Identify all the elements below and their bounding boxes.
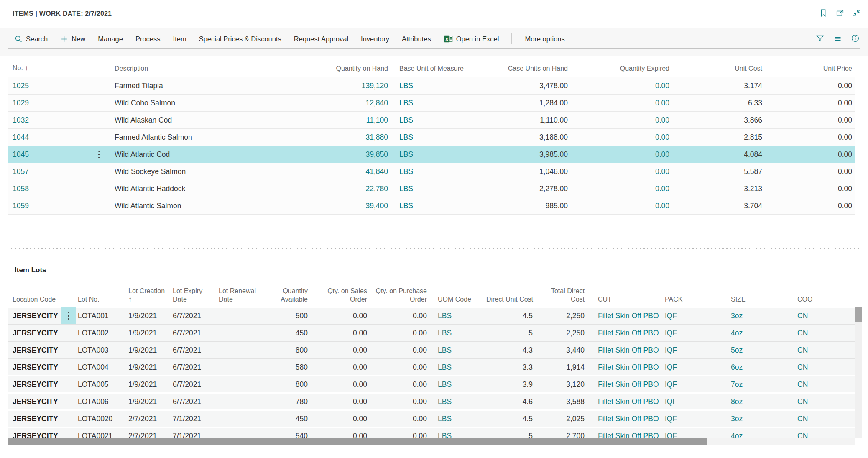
col-direct-unit-cost[interactable]: Direct Unit Cost [486,295,536,304]
col-pack[interactable]: PACK [662,295,728,304]
filter-icon[interactable] [816,34,825,44]
col-size[interactable]: SIZE [728,295,794,304]
item-lots-row[interactable]: JERSEYCITYLOTA0051/9/20216/7/20218000.00… [8,376,855,393]
lot-pack[interactable]: IQF [662,432,728,438]
row-menu-icon[interactable] [94,151,104,159]
item-lots-row[interactable]: JERSEYCITYLOTA00212/7/20217/1/20215400.0… [8,427,855,438]
item-qty-expired[interactable]: 0.00 [571,150,672,159]
item-no-link[interactable]: 1058 [8,184,94,193]
lot-coo[interactable]: CN [794,380,855,389]
lot-pack[interactable]: IQF [662,363,728,372]
row-menu-icon[interactable] [61,307,76,324]
col-base-uom[interactable]: Base Unit of Measure [391,65,463,72]
lot-uom[interactable]: LBS [430,346,486,355]
item-base-uom[interactable]: LBS [391,184,463,193]
lot-uom[interactable]: LBS [430,432,486,438]
items-table-row[interactable]: 1045Wild Atlantic Cod39,850LBS3,985.000.… [8,146,855,163]
item-qty-on-hand[interactable]: 12,840 [284,99,391,107]
lot-uom[interactable]: LBS [430,397,486,406]
item-no-link[interactable]: 1057 [8,167,94,176]
col-case-units[interactable]: Case Units on Hand [463,65,571,72]
item-no-link[interactable]: 1045 [8,150,94,159]
lot-cut[interactable]: Fillet Skin Off PBO [587,346,662,355]
menu-item-attributes[interactable]: Attributes [402,35,431,43]
item-no-link[interactable]: 1059 [8,202,94,210]
item-base-uom[interactable]: LBS [391,133,463,142]
menu-item-manage[interactable]: Manage [98,35,123,43]
item-lots-row[interactable]: JERSEYCITYLOTA0041/9/20216/7/20215800.00… [8,359,855,376]
col-cut[interactable]: CUT [587,295,662,304]
items-table-row[interactable]: 1044Farmed Atlantic Salmon31,880LBS3,188… [8,129,855,146]
open-in-new-window-icon[interactable] [835,8,845,18]
col-lot-no[interactable]: Lot No. [76,295,127,304]
lot-size[interactable]: 4oz [728,329,794,338]
item-no-link[interactable]: 1032 [8,116,94,125]
more-options-button[interactable]: More options [525,35,564,43]
item-qty-on-hand[interactable]: 31,880 [284,133,391,142]
item-no-link[interactable]: 1029 [8,99,94,107]
menu-item-request-approval[interactable]: Request Approval [294,35,348,43]
menu-item-item[interactable]: Item [173,35,186,43]
collapse-icon[interactable] [852,8,861,18]
menu-item-inventory[interactable]: Inventory [361,35,389,43]
lot-uom[interactable]: LBS [430,380,486,389]
lot-coo[interactable]: CN [794,329,855,338]
col-uom-code[interactable]: UOM Code [430,295,486,304]
item-qty-on-hand[interactable]: 39,850 [284,150,391,159]
bookmark-icon[interactable] [819,8,828,18]
col-lot-expiry[interactable]: Lot ExpiryDate [171,287,217,304]
item-base-uom[interactable]: LBS [391,116,463,125]
items-table-row[interactable]: 1032Wild Alaskan Cod11,100LBS1,110.000.0… [8,112,855,129]
col-qty-sales[interactable]: Qty. on SalesOrder [311,287,370,304]
lot-pack[interactable]: IQF [662,346,728,355]
lot-cut[interactable]: Fillet Skin Off PBO [587,380,662,389]
item-qty-on-hand[interactable]: 11,100 [284,116,391,125]
search-button[interactable]: Search [14,35,48,43]
lot-coo[interactable]: CN [794,432,855,438]
item-no-link[interactable]: 1044 [8,133,94,142]
item-base-uom[interactable]: LBS [391,202,463,210]
vertical-scrollbar[interactable] [855,307,862,438]
item-qty-expired[interactable]: 0.00 [571,133,672,142]
item-base-uom[interactable]: LBS [391,167,463,176]
item-qty-expired[interactable]: 0.00 [571,184,672,193]
item-base-uom[interactable]: LBS [391,82,463,90]
lot-size[interactable]: 8oz [728,397,794,406]
lot-cut[interactable]: Fillet Skin Off PBO [587,312,662,320]
col-location-code[interactable]: Location Code [8,295,61,304]
item-lots-row[interactable]: JERSEYCITYLOTA0021/9/20216/7/20214500.00… [8,325,855,342]
lot-uom[interactable]: LBS [430,329,486,338]
col-qty-on-hand[interactable]: Quantity on Hand [284,65,391,72]
lot-pack[interactable]: IQF [662,415,728,423]
col-lot-renewal[interactable]: Lot RenewalDate [217,287,268,304]
items-table-row[interactable]: 1059Wild Atlantic Salmon39,400LBS985.000… [8,197,855,215]
menu-item-special-prices-discounts[interactable]: Special Prices & Discounts [199,35,281,43]
lot-coo[interactable]: CN [794,363,855,372]
items-table-row[interactable]: 1058Wild Atlantic Haddock22,780LBS2,278.… [8,180,855,197]
item-lots-row[interactable]: JERSEYCITYLOTA0011/9/20216/7/20215000.00… [8,307,855,325]
item-qty-on-hand[interactable]: 22,780 [284,184,391,193]
lot-size[interactable]: 4oz [728,432,794,438]
lot-pack[interactable]: IQF [662,397,728,406]
items-table-row[interactable]: 1029Wild Coho Salmon12,840LBS1,284.000.0… [8,95,855,112]
item-lots-row[interactable]: JERSEYCITYLOTA00202/7/20217/1/20214500.0… [8,410,855,427]
lot-pack[interactable]: IQF [662,312,728,320]
col-lot-creation[interactable]: Lot Creation↑ [127,287,171,304]
lot-uom[interactable]: LBS [430,363,486,372]
menu-item-process[interactable]: Process [135,35,161,43]
col-unit-price[interactable]: Unit Price [765,65,855,72]
item-qty-expired[interactable]: 0.00 [571,99,672,107]
item-qty-on-hand[interactable]: 139,120 [284,82,391,90]
col-qty-available[interactable]: QuantityAvailable [268,287,311,304]
lot-cut[interactable]: Fillet Skin Off PBO [587,415,662,423]
vertical-scrollbar-thumb[interactable] [855,307,862,322]
lot-coo[interactable]: CN [794,415,855,423]
item-qty-on-hand[interactable]: 41,840 [284,167,391,176]
lot-size[interactable]: 7oz [728,380,794,389]
info-icon[interactable] [851,34,860,44]
open-in-excel-button[interactable]: X Open in Excel [444,34,499,43]
lot-coo[interactable]: CN [794,346,855,355]
lot-coo[interactable]: CN [794,397,855,406]
col-coo[interactable]: COO [794,295,855,304]
lot-uom[interactable]: LBS [430,312,486,320]
